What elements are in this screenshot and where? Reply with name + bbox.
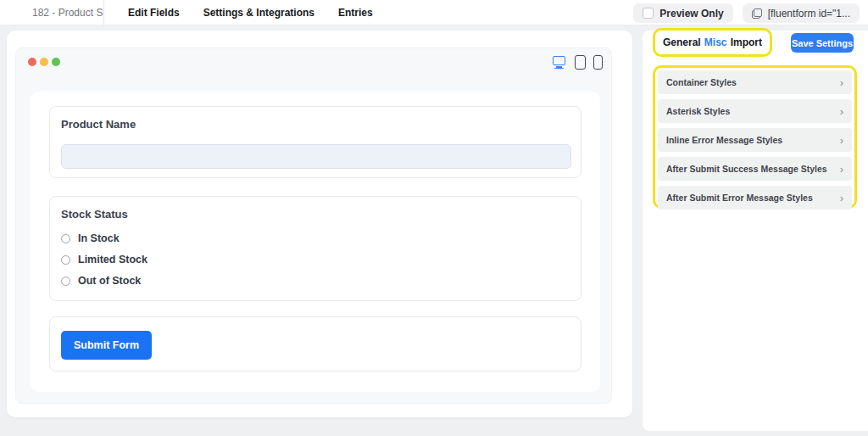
desktop-icon-screen: [553, 56, 565, 65]
sidebar-tab-misc[interactable]: Misc: [704, 36, 727, 48]
radio-icon[interactable]: [61, 255, 70, 265]
top-navbar: 182 - Product Sto... Edit Fields Setting…: [0, 0, 868, 25]
section-label: Inline Error Message Styles: [666, 135, 782, 145]
chevron-right-icon: ›: [840, 135, 843, 146]
radio-option-label: Out of Stock: [78, 275, 141, 287]
topbar-right-group: Preview Only [fluentform id="1...: [633, 3, 860, 23]
copy-icon: [752, 8, 762, 19]
product-name-label: Product Name: [61, 118, 136, 131]
shortcode-copy-button[interactable]: [fluentform id="1...: [743, 3, 860, 23]
chevron-right-icon: ›: [840, 164, 843, 175]
section-label: After Submit Error Message Styles: [666, 193, 813, 203]
window-control-dots: [28, 58, 60, 66]
form-preview-window: Product Name Stock Status In Stock Limit…: [15, 48, 612, 404]
tab-entries[interactable]: Entries: [326, 0, 385, 25]
tab-edit-fields[interactable]: Edit Fields: [116, 0, 192, 25]
save-settings-button[interactable]: Save Settings: [791, 33, 854, 53]
section-label: Container Styles: [666, 77, 737, 87]
preview-only-label: Preview Only: [659, 8, 723, 20]
radio-option-in-stock[interactable]: In Stock: [61, 232, 147, 244]
preview-only-checkbox[interactable]: [643, 8, 654, 19]
settings-sidebar: General Misc Import Save Settings Contai…: [643, 31, 868, 431]
radio-icon[interactable]: [61, 234, 70, 243]
divider: [103, 0, 104, 25]
shortcode-text: [fluentform id="1...: [768, 8, 850, 20]
sidebar-tab-general[interactable]: General: [663, 36, 701, 48]
radio-option-label: Limited Stock: [78, 254, 147, 266]
submit-form-button[interactable]: Submit Form: [61, 331, 152, 360]
radio-icon[interactable]: [61, 277, 70, 286]
desktop-icon[interactable]: [553, 55, 567, 70]
field-card-stock-status[interactable]: Stock Status In Stock Limited Stock Out …: [49, 196, 581, 301]
section-asterisk-styles[interactable]: Asterisk Styles ›: [658, 99, 852, 123]
desktop-icon-base: [554, 68, 564, 70]
radio-option-limited-stock[interactable]: Limited Stock: [61, 254, 147, 266]
field-card-product-name[interactable]: Product Name: [49, 106, 581, 178]
mobile-icon[interactable]: [593, 55, 603, 70]
form-editor-panel: Product Name Stock Status In Stock Limit…: [7, 31, 632, 417]
chevron-right-icon: ›: [840, 106, 843, 117]
section-container-styles[interactable]: Container Styles ›: [658, 70, 852, 94]
form-canvas: Product Name Stock Status In Stock Limit…: [31, 92, 600, 392]
stock-status-label: Stock Status: [61, 208, 128, 221]
chevron-right-icon: ›: [840, 193, 843, 204]
preview-window-header: [16, 48, 611, 75]
tab-settings-integrations[interactable]: Settings & Integrations: [192, 0, 326, 25]
tablet-icon[interactable]: [575, 55, 586, 70]
device-preview-switcher: [553, 52, 603, 72]
sidebar-tab-import[interactable]: Import: [731, 36, 762, 48]
section-label: After Submit Success Message Styles: [666, 164, 827, 174]
sidebar-tabs-highlight-annotation: General Misc Import: [653, 28, 772, 57]
window-dot-yellow: [40, 58, 48, 66]
section-inline-error-message-styles[interactable]: Inline Error Message Styles ›: [658, 128, 852, 152]
window-dot-red: [28, 58, 36, 66]
field-card-submit[interactable]: Submit Form: [49, 316, 581, 372]
radio-option-out-of-stock[interactable]: Out of Stock: [61, 275, 147, 287]
form-title: 182 - Product Sto...: [0, 7, 103, 19]
section-after-submit-error-message-styles[interactable]: After Submit Error Message Styles ›: [658, 186, 852, 210]
stock-status-radio-group: In Stock Limited Stock Out of Stock: [61, 232, 147, 287]
window-dot-green: [52, 58, 60, 66]
section-after-submit-success-message-styles[interactable]: After Submit Success Message Styles ›: [658, 157, 852, 181]
style-sections-highlight-annotation: Container Styles › Asterisk Styles › Inl…: [653, 65, 857, 209]
section-label: Asterisk Styles: [666, 106, 730, 116]
radio-option-label: In Stock: [78, 232, 120, 244]
product-name-input[interactable]: [61, 144, 571, 169]
chevron-right-icon: ›: [840, 77, 843, 88]
preview-only-toggle[interactable]: Preview Only: [633, 3, 732, 23]
